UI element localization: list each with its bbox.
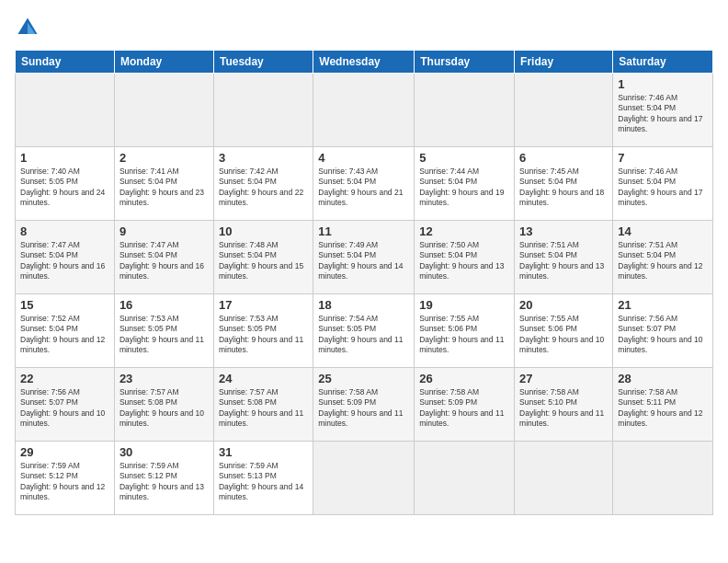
day-number: 25 xyxy=(318,372,409,385)
calendar-cell: 17Sunrise: 7:53 AM Sunset: 5:05 PM Dayli… xyxy=(213,294,313,368)
day-info: Sunrise: 7:55 AM Sunset: 5:06 PM Dayligh… xyxy=(419,314,509,356)
day-number: 31 xyxy=(219,445,308,459)
day-of-week-header: Saturday xyxy=(613,51,713,74)
day-number: 22 xyxy=(20,372,109,385)
day-number: 10 xyxy=(219,224,308,238)
calendar-cell: 25Sunrise: 7:58 AM Sunset: 5:09 PM Dayli… xyxy=(313,368,415,442)
calendar-cell: 7Sunrise: 7:46 AM Sunset: 5:04 PM Daylig… xyxy=(613,147,713,221)
day-number: 13 xyxy=(519,224,608,238)
day-number: 15 xyxy=(20,298,109,312)
day-info: Sunrise: 7:55 AM Sunset: 5:06 PM Dayligh… xyxy=(519,314,608,356)
day-info: Sunrise: 7:43 AM Sunset: 5:04 PM Dayligh… xyxy=(318,167,409,209)
calendar-cell: 1Sunrise: 7:40 AM Sunset: 5:05 PM Daylig… xyxy=(16,147,115,221)
day-info: Sunrise: 7:54 AM Sunset: 5:05 PM Dayligh… xyxy=(318,314,409,356)
calendar-cell: 8Sunrise: 7:47 AM Sunset: 5:04 PM Daylig… xyxy=(16,221,115,294)
day-of-week-header: Tuesday xyxy=(213,51,313,74)
calendar-page: SundayMondayTuesdayWednesdayThursdayFrid… xyxy=(0,0,728,563)
day-info: Sunrise: 7:56 AM Sunset: 5:07 PM Dayligh… xyxy=(20,387,109,430)
day-info: Sunrise: 7:52 AM Sunset: 5:04 PM Dayligh… xyxy=(20,314,109,356)
calendar-cell xyxy=(213,74,313,147)
day-number: 20 xyxy=(519,298,608,312)
day-info: Sunrise: 7:59 AM Sunset: 5:12 PM Dayligh… xyxy=(20,461,109,503)
day-info: Sunrise: 7:51 AM Sunset: 5:04 PM Dayligh… xyxy=(519,240,608,282)
day-number: 7 xyxy=(618,151,708,165)
calendar-cell xyxy=(313,442,415,515)
day-number: 28 xyxy=(618,372,708,385)
day-info: Sunrise: 7:59 AM Sunset: 5:12 PM Dayligh… xyxy=(119,461,209,503)
day-number: 5 xyxy=(419,151,509,165)
day-number: 1 xyxy=(20,151,109,165)
calendar-cell: 16Sunrise: 7:53 AM Sunset: 5:05 PM Dayli… xyxy=(114,294,213,368)
calendar-cell xyxy=(114,74,213,147)
day-number: 1 xyxy=(618,77,708,91)
day-info: Sunrise: 7:50 AM Sunset: 5:04 PM Dayligh… xyxy=(419,240,509,282)
day-info: Sunrise: 7:56 AM Sunset: 5:07 PM Dayligh… xyxy=(618,314,708,356)
day-number: 6 xyxy=(519,151,608,165)
calendar-cell xyxy=(515,74,613,147)
day-of-week-header: Friday xyxy=(515,51,613,74)
day-number: 17 xyxy=(219,298,308,312)
day-info: Sunrise: 7:46 AM Sunset: 5:04 PM Dayligh… xyxy=(618,93,708,135)
day-number: 19 xyxy=(419,298,509,312)
day-info: Sunrise: 7:44 AM Sunset: 5:04 PM Dayligh… xyxy=(419,167,509,209)
day-number: 2 xyxy=(119,151,209,165)
header xyxy=(15,15,713,40)
day-info: Sunrise: 7:58 AM Sunset: 5:09 PM Dayligh… xyxy=(318,387,409,430)
logo xyxy=(15,15,42,40)
calendar-cell: 2Sunrise: 7:41 AM Sunset: 5:04 PM Daylig… xyxy=(114,147,213,221)
calendar-header-row: SundayMondayTuesdayWednesdayThursdayFrid… xyxy=(16,51,713,74)
calendar-cell: 5Sunrise: 7:44 AM Sunset: 5:04 PM Daylig… xyxy=(415,147,515,221)
calendar-cell: 30Sunrise: 7:59 AM Sunset: 5:12 PM Dayli… xyxy=(114,442,213,515)
calendar-week-row: 1Sunrise: 7:40 AM Sunset: 5:05 PM Daylig… xyxy=(16,147,713,221)
day-info: Sunrise: 7:40 AM Sunset: 5:05 PM Dayligh… xyxy=(20,167,109,209)
calendar-cell: 28Sunrise: 7:58 AM Sunset: 5:11 PM Dayli… xyxy=(613,368,713,442)
day-info: Sunrise: 7:57 AM Sunset: 5:08 PM Dayligh… xyxy=(119,387,209,430)
calendar-cell: 14Sunrise: 7:51 AM Sunset: 5:04 PM Dayli… xyxy=(613,221,713,294)
day-info: Sunrise: 7:46 AM Sunset: 5:04 PM Dayligh… xyxy=(618,167,708,209)
calendar-cell: 20Sunrise: 7:55 AM Sunset: 5:06 PM Dayli… xyxy=(515,294,613,368)
calendar-cell xyxy=(613,442,713,515)
day-info: Sunrise: 7:49 AM Sunset: 5:04 PM Dayligh… xyxy=(318,240,409,282)
calendar-cell: 18Sunrise: 7:54 AM Sunset: 5:05 PM Dayli… xyxy=(313,294,415,368)
day-number: 4 xyxy=(318,151,409,165)
day-info: Sunrise: 7:41 AM Sunset: 5:04 PM Dayligh… xyxy=(119,167,209,209)
day-of-week-header: Monday xyxy=(114,51,213,74)
logo-icon xyxy=(15,15,40,40)
day-info: Sunrise: 7:47 AM Sunset: 5:04 PM Dayligh… xyxy=(119,240,209,282)
calendar-cell: 26Sunrise: 7:58 AM Sunset: 5:09 PM Dayli… xyxy=(415,368,515,442)
day-info: Sunrise: 7:47 AM Sunset: 5:04 PM Dayligh… xyxy=(20,240,109,282)
day-number: 29 xyxy=(20,445,109,459)
day-info: Sunrise: 7:48 AM Sunset: 5:04 PM Dayligh… xyxy=(219,240,308,282)
calendar-cell: 12Sunrise: 7:50 AM Sunset: 5:04 PM Dayli… xyxy=(415,221,515,294)
calendar-week-row: 29Sunrise: 7:59 AM Sunset: 5:12 PM Dayli… xyxy=(16,442,713,515)
day-of-week-header: Sunday xyxy=(16,51,115,74)
day-info: Sunrise: 7:58 AM Sunset: 5:11 PM Dayligh… xyxy=(618,387,708,430)
calendar-week-row: 8Sunrise: 7:47 AM Sunset: 5:04 PM Daylig… xyxy=(16,221,713,294)
calendar-cell xyxy=(415,442,515,515)
calendar-cell xyxy=(515,442,613,515)
day-number: 27 xyxy=(519,372,608,385)
day-number: 18 xyxy=(318,298,409,312)
calendar-cell: 15Sunrise: 7:52 AM Sunset: 5:04 PM Dayli… xyxy=(16,294,115,368)
calendar-cell: 11Sunrise: 7:49 AM Sunset: 5:04 PM Dayli… xyxy=(313,221,415,294)
day-number: 8 xyxy=(20,224,109,238)
day-number: 21 xyxy=(618,298,708,312)
day-number: 24 xyxy=(219,372,308,385)
calendar-week-row: 15Sunrise: 7:52 AM Sunset: 5:04 PM Dayli… xyxy=(16,294,713,368)
day-number: 14 xyxy=(618,224,708,238)
calendar-cell: 1Sunrise: 7:46 AM Sunset: 5:04 PM Daylig… xyxy=(613,74,713,147)
day-info: Sunrise: 7:57 AM Sunset: 5:08 PM Dayligh… xyxy=(219,387,308,430)
day-of-week-header: Wednesday xyxy=(313,51,415,74)
calendar-cell: 23Sunrise: 7:57 AM Sunset: 5:08 PM Dayli… xyxy=(114,368,213,442)
calendar-cell xyxy=(415,74,515,147)
day-info: Sunrise: 7:53 AM Sunset: 5:05 PM Dayligh… xyxy=(219,314,308,356)
calendar-cell: 22Sunrise: 7:56 AM Sunset: 5:07 PM Dayli… xyxy=(16,368,115,442)
day-info: Sunrise: 7:51 AM Sunset: 5:04 PM Dayligh… xyxy=(618,240,708,282)
calendar-cell: 13Sunrise: 7:51 AM Sunset: 5:04 PM Dayli… xyxy=(515,221,613,294)
day-info: Sunrise: 7:53 AM Sunset: 5:05 PM Dayligh… xyxy=(119,314,209,356)
calendar-cell xyxy=(313,74,415,147)
calendar-week-row: 22Sunrise: 7:56 AM Sunset: 5:07 PM Dayli… xyxy=(16,368,713,442)
calendar-cell: 10Sunrise: 7:48 AM Sunset: 5:04 PM Dayli… xyxy=(213,221,313,294)
day-info: Sunrise: 7:45 AM Sunset: 5:04 PM Dayligh… xyxy=(519,167,608,209)
calendar-cell: 4Sunrise: 7:43 AM Sunset: 5:04 PM Daylig… xyxy=(313,147,415,221)
